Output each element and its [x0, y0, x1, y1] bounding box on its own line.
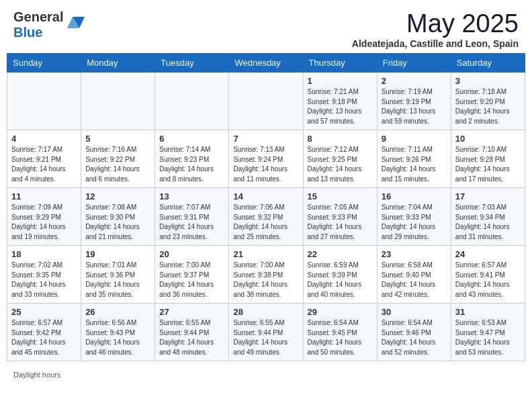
day-info: Sunrise: 7:13 AM Sunset: 9:24 PM Dayligh…	[233, 145, 298, 184]
day-info: Sunrise: 7:02 AM Sunset: 9:35 PM Dayligh…	[11, 261, 77, 300]
calendar-empty	[81, 73, 155, 130]
day-info: Sunrise: 7:03 AM Sunset: 9:34 PM Dayligh…	[455, 203, 521, 242]
day-info: Sunrise: 7:09 AM Sunset: 9:29 PM Dayligh…	[11, 203, 77, 242]
calendar-day: 18Sunrise: 7:02 AM Sunset: 9:35 PM Dayli…	[7, 246, 81, 304]
day-number: 19	[85, 249, 150, 259]
calendar-day: 5Sunrise: 7:16 AM Sunset: 9:22 PM Daylig…	[81, 130, 155, 188]
calendar-day: 17Sunrise: 7:03 AM Sunset: 9:34 PM Dayli…	[451, 188, 525, 246]
day-number: 3	[455, 76, 521, 86]
weekday-header: Wednesday	[229, 54, 303, 73]
day-info: Sunrise: 7:17 AM Sunset: 9:21 PM Dayligh…	[11, 145, 77, 184]
calendar-empty	[7, 73, 81, 130]
footer: Daylight hours	[0, 368, 532, 384]
day-number: 13	[159, 191, 224, 201]
day-number: 20	[159, 249, 224, 259]
logo: General Blue	[13, 9, 86, 40]
calendar-table: SundayMondayTuesdayWednesdayThursdayFrid…	[7, 53, 525, 361]
calendar-header: SundayMondayTuesdayWednesdayThursdayFrid…	[7, 54, 525, 73]
calendar-day: 2Sunrise: 7:19 AM Sunset: 9:19 PM Daylig…	[377, 73, 451, 130]
day-info: Sunrise: 6:53 AM Sunset: 9:47 PM Dayligh…	[455, 318, 521, 357]
day-info: Sunrise: 7:04 AM Sunset: 9:33 PM Dayligh…	[382, 203, 447, 242]
day-info: Sunrise: 7:08 AM Sunset: 9:30 PM Dayligh…	[85, 203, 150, 242]
day-info: Sunrise: 6:57 AM Sunset: 9:41 PM Dayligh…	[455, 261, 521, 300]
day-info: Sunrise: 7:19 AM Sunset: 9:19 PM Dayligh…	[382, 87, 447, 126]
day-number: 17	[455, 191, 521, 201]
calendar-day: 4Sunrise: 7:17 AM Sunset: 9:21 PM Daylig…	[7, 130, 81, 188]
calendar-day: 26Sunrise: 6:56 AM Sunset: 9:43 PM Dayli…	[81, 304, 155, 361]
day-info: Sunrise: 6:57 AM Sunset: 9:42 PM Dayligh…	[11, 318, 77, 357]
calendar-day: 7Sunrise: 7:13 AM Sunset: 9:24 PM Daylig…	[229, 130, 303, 188]
calendar-day: 11Sunrise: 7:09 AM Sunset: 9:29 PM Dayli…	[7, 188, 81, 246]
day-info: Sunrise: 7:11 AM Sunset: 9:26 PM Dayligh…	[382, 145, 447, 184]
calendar-day: 29Sunrise: 6:54 AM Sunset: 9:45 PM Dayli…	[303, 304, 377, 361]
calendar-day: 3Sunrise: 7:18 AM Sunset: 9:20 PM Daylig…	[451, 73, 525, 130]
day-number: 12	[85, 191, 150, 201]
day-number: 30	[382, 307, 447, 317]
day-info: Sunrise: 7:06 AM Sunset: 9:32 PM Dayligh…	[233, 203, 298, 242]
calendar-day: 9Sunrise: 7:11 AM Sunset: 9:26 PM Daylig…	[377, 130, 451, 188]
day-number: 5	[85, 134, 150, 144]
day-info: Sunrise: 7:21 AM Sunset: 9:18 PM Dayligh…	[308, 87, 373, 126]
day-info: Sunrise: 7:16 AM Sunset: 9:22 PM Dayligh…	[85, 145, 150, 184]
day-info: Sunrise: 6:55 AM Sunset: 9:44 PM Dayligh…	[159, 318, 224, 357]
day-number: 14	[233, 191, 298, 201]
day-number: 31	[455, 307, 521, 317]
logo-text-block: General Blue	[13, 9, 63, 40]
day-number: 8	[308, 134, 373, 144]
header: General Blue May 2025 Aldeatejada, Casti…	[0, 0, 532, 53]
day-number: 23	[382, 249, 447, 259]
day-number: 28	[233, 307, 298, 317]
calendar-day: 22Sunrise: 6:59 AM Sunset: 9:39 PM Dayli…	[303, 246, 377, 304]
day-info: Sunrise: 6:54 AM Sunset: 9:45 PM Dayligh…	[308, 318, 373, 357]
calendar-day: 19Sunrise: 7:01 AM Sunset: 9:36 PM Dayli…	[81, 246, 155, 304]
day-info: Sunrise: 7:05 AM Sunset: 9:33 PM Dayligh…	[308, 203, 373, 242]
calendar-week-row: 18Sunrise: 7:02 AM Sunset: 9:35 PM Dayli…	[7, 246, 525, 304]
calendar-week-row: 25Sunrise: 6:57 AM Sunset: 9:42 PM Dayli…	[7, 304, 525, 361]
location: Aldeatejada, Castille and Leon, Spain	[352, 38, 519, 49]
calendar-week-row: 4Sunrise: 7:17 AM Sunset: 9:21 PM Daylig…	[7, 130, 525, 188]
calendar-day: 14Sunrise: 7:06 AM Sunset: 9:32 PM Dayli…	[229, 188, 303, 246]
logo-blue: Blue	[13, 25, 42, 40]
day-number: 1	[308, 76, 373, 86]
calendar-day: 15Sunrise: 7:05 AM Sunset: 9:33 PM Dayli…	[303, 188, 377, 246]
calendar-day: 23Sunrise: 6:58 AM Sunset: 9:40 PM Dayli…	[377, 246, 451, 304]
day-info: Sunrise: 7:07 AM Sunset: 9:31 PM Dayligh…	[159, 203, 224, 242]
day-number: 22	[308, 249, 373, 259]
day-number: 10	[455, 134, 521, 144]
weekday-header: Monday	[81, 54, 155, 73]
day-number: 11	[11, 191, 77, 201]
calendar-day: 24Sunrise: 6:57 AM Sunset: 9:41 PM Dayli…	[451, 246, 525, 304]
day-number: 16	[382, 191, 447, 201]
day-number: 18	[11, 249, 77, 259]
month-title: May 2025	[352, 9, 519, 38]
day-info: Sunrise: 6:55 AM Sunset: 9:44 PM Dayligh…	[233, 318, 298, 357]
calendar-day: 12Sunrise: 7:08 AM Sunset: 9:30 PM Dayli…	[81, 188, 155, 246]
calendar-day: 20Sunrise: 7:00 AM Sunset: 9:37 PM Dayli…	[155, 246, 229, 304]
day-info: Sunrise: 7:12 AM Sunset: 9:25 PM Dayligh…	[308, 145, 373, 184]
calendar-day: 10Sunrise: 7:10 AM Sunset: 9:28 PM Dayli…	[451, 130, 525, 188]
day-number: 29	[308, 307, 373, 317]
calendar-day: 8Sunrise: 7:12 AM Sunset: 9:25 PM Daylig…	[303, 130, 377, 188]
day-number: 9	[382, 134, 447, 144]
day-number: 25	[11, 307, 77, 317]
day-number: 15	[308, 191, 373, 201]
calendar-week-row: 1Sunrise: 7:21 AM Sunset: 9:18 PM Daylig…	[7, 73, 525, 130]
day-number: 21	[233, 249, 298, 259]
day-info: Sunrise: 7:01 AM Sunset: 9:36 PM Dayligh…	[85, 261, 150, 300]
day-info: Sunrise: 6:54 AM Sunset: 9:46 PM Dayligh…	[382, 318, 447, 357]
calendar-day: 13Sunrise: 7:07 AM Sunset: 9:31 PM Dayli…	[155, 188, 229, 246]
day-number: 24	[455, 249, 521, 259]
day-info: Sunrise: 7:00 AM Sunset: 9:37 PM Dayligh…	[159, 261, 224, 300]
daylight-label: Daylight hours	[13, 371, 60, 379]
day-info: Sunrise: 6:56 AM Sunset: 9:43 PM Dayligh…	[85, 318, 150, 357]
calendar-day: 25Sunrise: 6:57 AM Sunset: 9:42 PM Dayli…	[7, 304, 81, 361]
day-number: 6	[159, 134, 224, 144]
calendar-day: 1Sunrise: 7:21 AM Sunset: 9:18 PM Daylig…	[303, 73, 377, 130]
calendar-day: 6Sunrise: 7:14 AM Sunset: 9:23 PM Daylig…	[155, 130, 229, 188]
weekday-header: Saturday	[451, 54, 525, 73]
day-number: 27	[159, 307, 224, 317]
calendar-empty	[229, 73, 303, 130]
day-number: 7	[233, 134, 298, 144]
day-info: Sunrise: 6:58 AM Sunset: 9:40 PM Dayligh…	[382, 261, 447, 300]
day-info: Sunrise: 7:10 AM Sunset: 9:28 PM Dayligh…	[455, 145, 521, 184]
